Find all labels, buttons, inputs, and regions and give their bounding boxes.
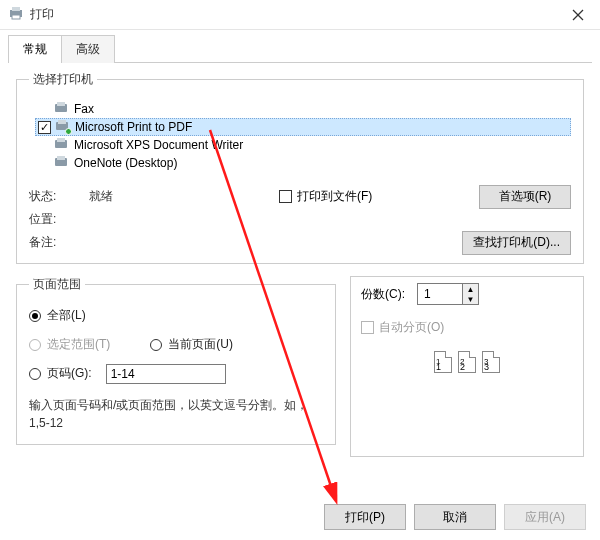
svg-rect-2 (12, 15, 20, 19)
printer-item[interactable]: Microsoft Print to PDF (35, 118, 571, 136)
printer-name: Fax (74, 102, 94, 116)
printer-name: Microsoft XPS Document Writer (74, 138, 243, 152)
checkbox-icon (38, 121, 51, 134)
printer-name: Microsoft Print to PDF (75, 120, 192, 134)
radio-icon (29, 339, 41, 351)
collate-checkbox: 自动分页(O) (361, 319, 444, 336)
pages-input[interactable] (106, 364, 226, 384)
preferences-button[interactable]: 首选项(R) (479, 185, 571, 209)
printer-item[interactable]: Fax (35, 100, 571, 118)
radio-icon (29, 310, 41, 322)
status-label: 状态: (29, 188, 89, 205)
copies-spinner[interactable]: ▲ ▼ (417, 283, 479, 305)
svg-rect-1 (12, 7, 20, 11)
spin-down-icon[interactable]: ▼ (463, 294, 478, 304)
printer-fieldset: 选择打印机 Fax Microsoft Print to PDF Microso… (16, 71, 584, 264)
checkbox-icon (279, 190, 292, 203)
radio-current[interactable]: 当前页面(U) (150, 336, 233, 353)
tab-bar: 常规 高级 (8, 34, 592, 62)
printer-item[interactable]: Microsoft XPS Document Writer (35, 136, 571, 154)
print-to-file-checkbox[interactable]: 打印到文件(F) (279, 188, 372, 205)
apply-button: 应用(A) (504, 504, 586, 530)
printer-icon (55, 120, 71, 134)
radio-icon (29, 368, 41, 380)
tab-advanced[interactable]: 高级 (61, 35, 115, 63)
titlebar: 打印 (0, 0, 600, 30)
range-fieldset: 页面范围 全部(L) 选定范围(T) 当前页面(U) (16, 276, 336, 445)
radio-icon (150, 339, 162, 351)
checkbox-icon (361, 321, 374, 334)
printer-list[interactable]: Fax Microsoft Print to PDF Microsoft XPS… (29, 96, 571, 182)
radio-all[interactable]: 全部(L) (29, 307, 86, 324)
find-printer-button[interactable]: 查找打印机(D)... (462, 231, 571, 255)
window-title: 打印 (30, 6, 54, 23)
range-hint: 输入页面号码和/或页面范围，以英文逗号分割。如，1,5-12 (29, 396, 323, 432)
collate-preview: 11 22 33 (361, 351, 573, 373)
dialog-buttons: 打印(P) 取消 应用(A) (324, 504, 586, 530)
radio-pages[interactable]: 页码(G): (29, 365, 92, 382)
collate-label: 自动分页(O) (379, 319, 444, 336)
printer-icon (8, 5, 24, 24)
copies-box: 份数(C): ▲ ▼ 自动分页(O) 11 22 33 (350, 276, 584, 457)
printer-item[interactable]: OneNote (Desktop) (35, 154, 571, 172)
close-button[interactable] (555, 0, 600, 30)
printer-icon (54, 156, 70, 170)
printer-icon (54, 138, 70, 152)
location-label: 位置: (29, 211, 89, 228)
status-value: 就绪 (89, 188, 199, 205)
cancel-button[interactable]: 取消 (414, 504, 496, 530)
printer-legend: 选择打印机 (29, 71, 97, 88)
printer-icon (54, 102, 70, 116)
radio-selection: 选定范围(T) (29, 336, 110, 353)
copies-label: 份数(C): (361, 286, 405, 303)
print-button[interactable]: 打印(P) (324, 504, 406, 530)
spin-up-icon[interactable]: ▲ (463, 284, 478, 294)
tab-general[interactable]: 常规 (8, 35, 62, 63)
print-to-file-label: 打印到文件(F) (297, 188, 372, 205)
copies-input[interactable] (418, 284, 462, 304)
printer-name: OneNote (Desktop) (74, 156, 177, 170)
range-legend: 页面范围 (29, 276, 85, 293)
comment-label: 备注: (29, 234, 89, 251)
